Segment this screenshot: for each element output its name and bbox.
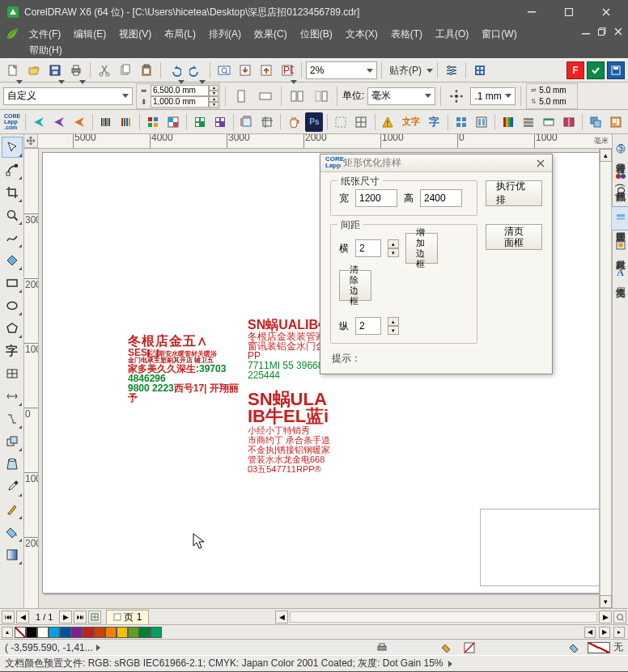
menu-bitmap[interactable]: 位图(B) (294, 26, 339, 42)
effects-tool[interactable] (2, 431, 23, 452)
spacing-h-field[interactable]: 2 (355, 239, 381, 257)
width-spinner[interactable]: ▴▾ (209, 85, 219, 96)
launcher-button[interactable] (470, 61, 490, 80)
swatch-1[interactable] (37, 627, 49, 638)
menu-tools[interactable]: 工具(O) (429, 26, 475, 42)
plugin-nest-icon[interactable] (607, 112, 625, 132)
plugin-dims-icon[interactable] (238, 112, 256, 132)
page-next-button[interactable]: ▶ (59, 611, 72, 623)
spacing-v-spinner[interactable]: ▴▾ (388, 317, 399, 335)
crop-tool[interactable] (2, 182, 23, 203)
coords-expand-icon[interactable] (96, 645, 100, 651)
text-tool[interactable]: 字 (2, 340, 23, 361)
spacing-v-field[interactable]: 2 (355, 317, 381, 335)
palette-right-button[interactable]: ▶ (599, 627, 610, 638)
copy-button[interactable] (116, 61, 135, 80)
plugin-barcode-color-icon[interactable] (117, 112, 135, 132)
plugin-crop-icon[interactable] (258, 112, 276, 132)
swatch-0[interactable] (26, 627, 37, 638)
plugin-logo-icon[interactable]: CORELapp.com (3, 112, 21, 132)
page-last-button[interactable]: ⏭ (74, 611, 87, 623)
scroll-up-button[interactable]: ▴ (600, 149, 612, 162)
transparency-tool[interactable] (2, 454, 23, 475)
menu-file[interactable]: 文件(F) (23, 26, 67, 42)
plugin-warning-icon[interactable] (379, 112, 397, 132)
save-button[interactable] (45, 61, 65, 80)
menu-text[interactable]: 文本(X) (339, 26, 384, 42)
menu-effects[interactable]: 效果(C) (248, 26, 294, 42)
dimension-tool[interactable] (2, 386, 23, 407)
swatch-9[interactable] (128, 627, 139, 638)
menu-layout[interactable]: 布局(L) (158, 26, 202, 42)
plugin-stack-icon[interactable] (520, 112, 537, 132)
paper-width-field[interactable]: 1200 (355, 189, 397, 207)
menu-arrange[interactable]: 排列(A) (202, 26, 248, 42)
mdi-minimize-icon[interactable] (579, 26, 592, 37)
swatch-5[interactable] (83, 627, 94, 638)
plugin-rainbow-icon[interactable] (499, 112, 517, 132)
ellipse-tool[interactable] (2, 295, 23, 316)
palette-up-button[interactable]: ▴ (2, 627, 13, 638)
docker-color-styles[interactable]: 颜色样式(O) (611, 165, 628, 203)
shape-tool[interactable] (2, 159, 23, 180)
page-width-field[interactable]: 6,500.0 mm (151, 85, 209, 96)
plugin-palette-icon[interactable] (144, 112, 162, 132)
menu-table[interactable]: 表格(T) (384, 26, 429, 42)
run-nesting-button[interactable]: 执行优排 (486, 180, 542, 206)
table-tool[interactable] (2, 363, 23, 384)
docker-object-styles[interactable]: 对象样式 (611, 234, 628, 258)
plugin-qr-purple-icon[interactable] (211, 112, 229, 132)
palette-left-button[interactable]: ◀ (584, 627, 596, 638)
plugin-send-purple-icon[interactable] (50, 112, 68, 132)
page-preset-combo[interactable]: 自定义 (3, 87, 133, 105)
snap-label[interactable]: 贴齐(P) (386, 64, 425, 78)
swatch-3[interactable] (60, 627, 71, 638)
spacing-h-spinner[interactable]: ▴▾ (388, 239, 399, 257)
dup-x-field[interactable]: 5.0 mm (539, 85, 576, 96)
nudge-field[interactable]: .1 mm (470, 87, 516, 105)
redo-button[interactable] (186, 61, 206, 80)
navigator-button[interactable] (613, 611, 626, 623)
undo-button[interactable] (165, 61, 185, 80)
plugin-cup-icon[interactable] (285, 112, 303, 132)
plugin-align-icon[interactable] (473, 112, 490, 132)
palette-menu-button[interactable]: ▸ (613, 627, 625, 638)
swatch-8[interactable] (117, 627, 128, 638)
page-add-button[interactable] (88, 611, 101, 623)
menu-edit[interactable]: 编辑(E) (67, 26, 112, 42)
outline-tool[interactable] (2, 499, 23, 520)
swatch-11[interactable] (151, 627, 162, 638)
plugin-send-cyan-icon[interactable] (30, 112, 48, 132)
plugin-ps-icon[interactable]: Ps (305, 112, 323, 132)
swatch-4[interactable] (71, 627, 83, 638)
clear-pageframe-button[interactable]: 清页 面框 (486, 224, 542, 250)
vertical-scrollbar[interactable]: ▴ ▾ (599, 149, 612, 608)
plugin-group-icon[interactable] (587, 112, 605, 132)
menu-window[interactable]: 窗口(W) (475, 26, 523, 42)
landscape-button[interactable] (255, 86, 276, 107)
portrait-button[interactable] (231, 86, 252, 107)
plugin-send-orange-icon[interactable] (70, 112, 88, 132)
artwork-block-3[interactable]: SN蜗ULA IB牛EL蓝i 小经小丁特销秀 市商约丁 承合条手道 不金执|锈接… (248, 391, 369, 474)
new-button[interactable] (3, 61, 23, 80)
connector-tool[interactable] (2, 408, 23, 429)
vertical-ruler[interactable]: 3000 2000 1000 0 1000 2000 (24, 149, 39, 608)
scroll-down-button[interactable]: ▾ (600, 595, 612, 608)
polygon-tool[interactable] (2, 318, 23, 339)
horizontal-ruler[interactable]: 5000 4000 3000 2000 1000 0 1000 毫米 (24, 134, 612, 149)
panel-close-button[interactable] (534, 157, 547, 170)
print-button[interactable] (66, 61, 86, 80)
export-button[interactable] (257, 61, 276, 80)
profile-expand-icon[interactable] (448, 661, 452, 667)
docker-text-properties[interactable]: A文本属性 (611, 261, 628, 285)
plugin-green-icon[interactable] (587, 61, 605, 79)
add-border-button[interactable]: 增加 边框 (405, 233, 438, 264)
swatch-6[interactable] (94, 627, 105, 638)
smart-fill-tool[interactable] (2, 250, 23, 271)
status-print-icon[interactable] (376, 641, 388, 654)
freehand-tool[interactable] (2, 227, 23, 248)
mdi-close-icon[interactable] (612, 26, 625, 37)
hscroll-right[interactable]: ▶ (599, 611, 612, 623)
zoom-combo[interactable]: 2% (306, 61, 377, 79)
status-fill-swatch[interactable] (588, 642, 610, 653)
